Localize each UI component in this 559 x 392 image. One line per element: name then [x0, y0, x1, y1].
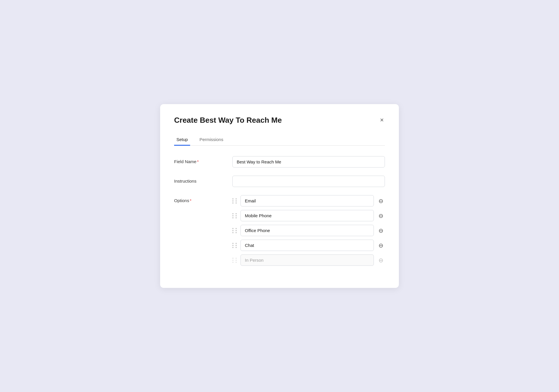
option-input-in-person[interactable] — [240, 254, 374, 266]
remove-option-mobile-phone[interactable]: ⊖ — [377, 212, 385, 220]
modal-header: Create Best Way To Reach Me × — [174, 116, 385, 125]
option-row-email: ⊖ — [232, 195, 385, 206]
modal-overlay: Create Best Way To Reach Me × Setup Perm… — [0, 0, 559, 392]
option-row-chat: ⊖ — [232, 240, 385, 251]
option-input-chat[interactable] — [240, 240, 374, 251]
field-name-group: Field Name* — [174, 156, 385, 168]
options-required-star: * — [190, 198, 192, 203]
remove-option-office-phone[interactable]: ⊖ — [377, 227, 385, 235]
modal-title: Create Best Way To Reach Me — [174, 116, 282, 125]
modal-dialog: Create Best Way To Reach Me × Setup Perm… — [160, 104, 399, 288]
field-name-label: Field Name* — [174, 156, 232, 164]
option-row-in-person: ⊖ — [232, 254, 385, 266]
instructions-label: Instructions — [174, 176, 232, 183]
drag-handle-email[interactable] — [232, 198, 238, 204]
options-container: ⊖ ⊖ — [232, 195, 385, 266]
option-row-mobile-phone: ⊖ — [232, 210, 385, 221]
required-star: * — [197, 159, 199, 164]
instructions-group: Instructions — [174, 176, 385, 187]
options-group: Options* ⊖ — [174, 195, 385, 266]
drag-handle-chat[interactable] — [232, 243, 238, 248]
drag-handle-office-phone[interactable] — [232, 228, 238, 233]
drag-handle-in-person[interactable] — [232, 258, 238, 263]
remove-option-in-person[interactable]: ⊖ — [377, 256, 385, 264]
remove-option-email[interactable]: ⊖ — [377, 197, 385, 205]
option-row-office-phone: ⊖ — [232, 225, 385, 236]
tabs-container: Setup Permissions — [174, 134, 385, 146]
instructions-input[interactable] — [232, 176, 385, 187]
tab-setup[interactable]: Setup — [174, 134, 190, 146]
tab-permissions[interactable]: Permissions — [197, 134, 226, 146]
field-name-input[interactable] — [232, 156, 385, 168]
option-input-office-phone[interactable] — [240, 225, 374, 236]
option-input-email[interactable] — [240, 195, 374, 206]
close-button[interactable]: × — [379, 116, 385, 124]
drag-handle-mobile-phone[interactable] — [232, 213, 238, 218]
options-label: Options* — [174, 195, 232, 203]
option-input-mobile-phone[interactable] — [240, 210, 374, 221]
remove-option-chat[interactable]: ⊖ — [377, 241, 385, 250]
